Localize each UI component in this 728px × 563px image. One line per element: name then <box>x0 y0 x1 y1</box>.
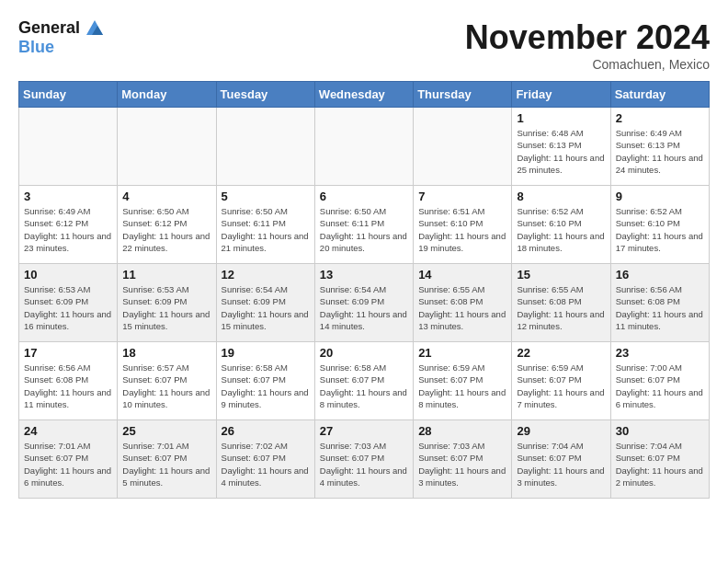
day-info: Sunrise: 6:56 AM Sunset: 6:08 PM Dayligh… <box>616 283 704 332</box>
day-number: 3 <box>24 190 112 203</box>
calendar-cell: 15Sunrise: 6:55 AM Sunset: 6:08 PM Dayli… <box>512 264 610 342</box>
weekday-header: Thursday <box>414 82 512 108</box>
calendar-cell: 20Sunrise: 6:58 AM Sunset: 6:07 PM Dayli… <box>314 342 413 420</box>
day-number: 15 <box>517 268 605 282</box>
day-number: 28 <box>418 424 506 438</box>
location-subtitle: Comachuen, Mexico <box>465 57 710 72</box>
calendar-cell: 4Sunrise: 6:50 AM Sunset: 6:12 PM Daylig… <box>118 186 216 264</box>
day-number: 12 <box>222 268 310 282</box>
calendar-cell <box>314 108 413 186</box>
day-number: 9 <box>616 190 704 203</box>
calendar-table: SundayMondayTuesdayWednesdayThursdayFrid… <box>18 81 710 499</box>
day-info: Sunrise: 6:48 AM Sunset: 6:13 PM Dayligh… <box>517 127 605 176</box>
calendar-cell <box>118 108 216 186</box>
calendar-cell: 12Sunrise: 6:54 AM Sunset: 6:09 PM Dayli… <box>216 264 314 342</box>
day-info: Sunrise: 6:50 AM Sunset: 6:11 PM Dayligh… <box>320 205 408 254</box>
day-number: 29 <box>517 424 605 438</box>
weekday-header: Sunday <box>19 82 118 108</box>
calendar-cell: 27Sunrise: 7:03 AM Sunset: 6:07 PM Dayli… <box>314 420 413 499</box>
day-number: 23 <box>616 346 704 360</box>
calendar-cell: 9Sunrise: 6:52 AM Sunset: 6:10 PM Daylig… <box>610 186 709 264</box>
day-info: Sunrise: 6:50 AM Sunset: 6:11 PM Dayligh… <box>222 205 310 254</box>
day-number: 18 <box>122 346 210 360</box>
day-number: 6 <box>320 190 408 203</box>
calendar-week-row: 24Sunrise: 7:01 AM Sunset: 6:07 PM Dayli… <box>19 420 710 499</box>
calendar-cell <box>19 108 118 186</box>
day-info: Sunrise: 6:50 AM Sunset: 6:12 PM Dayligh… <box>122 205 210 254</box>
day-info: Sunrise: 6:58 AM Sunset: 6:07 PM Dayligh… <box>320 362 408 410</box>
calendar-week-row: 3Sunrise: 6:49 AM Sunset: 6:12 PM Daylig… <box>19 186 710 264</box>
day-number: 19 <box>222 346 310 360</box>
calendar-cell: 17Sunrise: 6:56 AM Sunset: 6:08 PM Dayli… <box>19 342 118 420</box>
calendar-cell: 26Sunrise: 7:02 AM Sunset: 6:07 PM Dayli… <box>216 420 314 499</box>
day-number: 17 <box>24 346 112 360</box>
day-number: 20 <box>320 346 408 360</box>
calendar-week-row: 10Sunrise: 6:53 AM Sunset: 6:09 PM Dayli… <box>19 264 710 342</box>
calendar-cell: 22Sunrise: 6:59 AM Sunset: 6:07 PM Dayli… <box>512 342 610 420</box>
day-info: Sunrise: 7:00 AM Sunset: 6:07 PM Dayligh… <box>616 362 704 410</box>
day-number: 11 <box>122 268 210 282</box>
day-info: Sunrise: 6:56 AM Sunset: 6:08 PM Dayligh… <box>24 362 112 410</box>
logo-line2: Blue <box>18 39 105 57</box>
day-info: Sunrise: 6:52 AM Sunset: 6:10 PM Dayligh… <box>517 205 605 254</box>
day-info: Sunrise: 6:55 AM Sunset: 6:08 PM Dayligh… <box>418 283 506 332</box>
logo: General Blue <box>18 18 105 57</box>
calendar-cell: 29Sunrise: 7:04 AM Sunset: 6:07 PM Dayli… <box>512 420 610 499</box>
month-title: November 2024 <box>465 18 710 57</box>
day-info: Sunrise: 6:49 AM Sunset: 6:12 PM Dayligh… <box>24 205 112 254</box>
calendar-cell: 14Sunrise: 6:55 AM Sunset: 6:08 PM Dayli… <box>414 264 512 342</box>
day-number: 22 <box>517 346 605 360</box>
day-info: Sunrise: 6:59 AM Sunset: 6:07 PM Dayligh… <box>517 362 605 410</box>
title-block: November 2024 Comachuen, Mexico <box>465 18 710 72</box>
calendar-cell: 1Sunrise: 6:48 AM Sunset: 6:13 PM Daylig… <box>512 108 610 186</box>
logo-icon <box>85 18 105 39</box>
day-info: Sunrise: 7:01 AM Sunset: 6:07 PM Dayligh… <box>122 440 210 488</box>
day-info: Sunrise: 7:04 AM Sunset: 6:07 PM Dayligh… <box>517 440 605 488</box>
calendar-cell: 7Sunrise: 6:51 AM Sunset: 6:10 PM Daylig… <box>414 186 512 264</box>
day-number: 13 <box>320 268 408 282</box>
weekday-header: Saturday <box>610 82 709 108</box>
weekday-header: Friday <box>512 82 610 108</box>
calendar-week-row: 1Sunrise: 6:48 AM Sunset: 6:13 PM Daylig… <box>19 108 710 186</box>
day-info: Sunrise: 6:55 AM Sunset: 6:08 PM Dayligh… <box>517 283 605 332</box>
calendar-cell: 3Sunrise: 6:49 AM Sunset: 6:12 PM Daylig… <box>19 186 118 264</box>
weekday-header: Wednesday <box>314 82 413 108</box>
day-number: 8 <box>517 190 605 203</box>
day-info: Sunrise: 6:54 AM Sunset: 6:09 PM Dayligh… <box>320 283 408 332</box>
logo-line1: General <box>18 18 80 37</box>
day-number: 7 <box>418 190 506 203</box>
weekday-header: Tuesday <box>216 82 314 108</box>
day-info: Sunrise: 7:01 AM Sunset: 6:07 PM Dayligh… <box>24 440 112 488</box>
day-number: 10 <box>24 268 112 282</box>
calendar-cell <box>414 108 512 186</box>
day-info: Sunrise: 6:49 AM Sunset: 6:13 PM Dayligh… <box>616 127 704 176</box>
page-header: General Blue November 2024 Comachuen, Me… <box>18 18 710 72</box>
calendar-header: SundayMondayTuesdayWednesdayThursdayFrid… <box>19 82 710 108</box>
day-number: 27 <box>320 424 408 438</box>
day-number: 16 <box>616 268 704 282</box>
calendar-cell: 23Sunrise: 7:00 AM Sunset: 6:07 PM Dayli… <box>610 342 709 420</box>
day-info: Sunrise: 6:51 AM Sunset: 6:10 PM Dayligh… <box>418 205 506 254</box>
calendar-cell: 25Sunrise: 7:01 AM Sunset: 6:07 PM Dayli… <box>118 420 216 499</box>
calendar-week-row: 17Sunrise: 6:56 AM Sunset: 6:08 PM Dayli… <box>19 342 710 420</box>
calendar-cell: 21Sunrise: 6:59 AM Sunset: 6:07 PM Dayli… <box>414 342 512 420</box>
calendar-cell: 28Sunrise: 7:03 AM Sunset: 6:07 PM Dayli… <box>414 420 512 499</box>
day-number: 1 <box>517 111 605 125</box>
calendar-cell: 10Sunrise: 6:53 AM Sunset: 6:09 PM Dayli… <box>19 264 118 342</box>
day-number: 25 <box>122 424 210 438</box>
day-number: 21 <box>418 346 506 360</box>
day-info: Sunrise: 7:02 AM Sunset: 6:07 PM Dayligh… <box>222 440 310 488</box>
calendar-cell: 6Sunrise: 6:50 AM Sunset: 6:11 PM Daylig… <box>314 186 413 264</box>
day-number: 14 <box>418 268 506 282</box>
day-info: Sunrise: 6:53 AM Sunset: 6:09 PM Dayligh… <box>122 283 210 332</box>
calendar-cell: 24Sunrise: 7:01 AM Sunset: 6:07 PM Dayli… <box>19 420 118 499</box>
day-info: Sunrise: 7:03 AM Sunset: 6:07 PM Dayligh… <box>320 440 408 488</box>
calendar-cell: 18Sunrise: 6:57 AM Sunset: 6:07 PM Dayli… <box>118 342 216 420</box>
day-number: 26 <box>222 424 310 438</box>
day-number: 4 <box>122 190 210 203</box>
day-info: Sunrise: 6:53 AM Sunset: 6:09 PM Dayligh… <box>24 283 112 332</box>
day-info: Sunrise: 6:52 AM Sunset: 6:10 PM Dayligh… <box>616 205 704 254</box>
calendar-cell: 30Sunrise: 7:04 AM Sunset: 6:07 PM Dayli… <box>610 420 709 499</box>
day-info: Sunrise: 7:03 AM Sunset: 6:07 PM Dayligh… <box>418 440 506 488</box>
calendar-cell: 11Sunrise: 6:53 AM Sunset: 6:09 PM Dayli… <box>118 264 216 342</box>
